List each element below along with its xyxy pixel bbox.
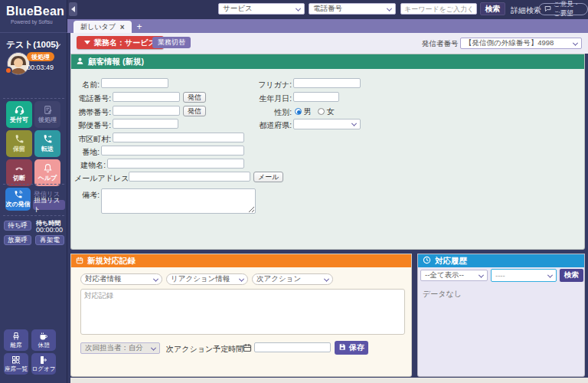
response-record-textarea[interactable] [80,289,405,335]
status-button-label: 後処理 [38,116,57,124]
search-button[interactable]: 検索 [480,2,505,15]
name-input[interactable] [101,78,168,88]
app-logo-subtitle: Powered by Softsu [11,19,53,25]
male-label: 男 [304,107,312,116]
tab-bar: 新しいタブ × + [67,19,588,33]
status-button-ready[interactable]: 受付可 [6,101,32,128]
status-button-hangup[interactable]: 切断 [6,159,32,186]
reaction-info-select[interactable]: リアクション情報 [166,273,248,285]
status-button-help[interactable]: ヘルプ [34,159,60,186]
mobile-input[interactable] [113,106,180,116]
app-logo: BlueBean [6,5,64,18]
radio-male-checked[interactable] [295,108,302,115]
responder-info-select[interactable]: 対応者情報 [80,273,162,285]
save-label: 保存 [349,342,364,353]
phone-hold-icon [15,134,24,144]
tab-close-icon[interactable]: × [120,23,125,31]
street-input[interactable] [101,146,244,155]
bell-icon [43,163,53,173]
feedback-button[interactable]: ご意見・ご要望 [538,3,588,15]
radio-female[interactable] [318,108,325,115]
away-button[interactable]: 離席 [4,329,28,351]
tel-input[interactable] [113,92,180,102]
new-response-header: 新規対応記録 [71,254,411,267]
phone-hangup-icon [14,163,24,173]
birth-input[interactable] [293,92,339,102]
waiting-time-value: 00:00:00 [36,226,63,234]
sidebar-collapse-button[interactable] [69,2,77,16]
status-button-label: 受付可 [10,116,28,124]
logoff-button[interactable]: ログオフ [31,353,56,375]
floppy-disk-icon [338,343,346,352]
mobile-call-button[interactable]: 発信 [183,106,206,116]
status-button-after-call[interactable]: 後処理 [34,101,60,128]
divider [3,184,64,185]
phone-outbound-icon [14,190,23,199]
status-button-transfer[interactable]: 転送 [34,130,60,157]
save-button[interactable]: 保存 [335,341,368,355]
caller-id-select[interactable]: 【発信側の外線番号】4998 [460,38,582,49]
away-label: 離席 [11,342,22,349]
note-textarea[interactable] [101,188,256,214]
break-button[interactable]: 休憩 [31,329,56,351]
new-response-panel: 新規対応記録 対応者情報 リアクション情報 次アクション 次回担当者：自分 次ア… [70,254,412,377]
status-button-label: 保留 [13,145,25,153]
pref-label: 都道府県: [258,120,292,131]
next-person-select[interactable]: 次回担当者：自分 [80,342,160,354]
divider [3,98,64,99]
keyword-search-input[interactable] [400,3,477,15]
next-action-time-input[interactable] [254,342,331,352]
presence-dot [5,67,12,74]
history-filter-second-select[interactable]: ---- [491,269,557,282]
status-button-label: 切断 [13,174,25,182]
kana-label: フリガナ: [258,80,292,90]
abandoned-calls-button[interactable]: 放棄呼 [4,235,31,245]
headset-icon [15,105,24,115]
recall-button[interactable]: 再架電 [35,235,64,245]
email-send-button[interactable]: メール [253,172,283,182]
name-label: 名前: [74,80,100,90]
pref-select[interactable] [293,119,361,129]
zip-label: 郵便番号: [74,120,111,131]
calendar-picker-icon[interactable] [243,342,252,355]
kana-input[interactable] [293,78,361,88]
street-label: 番地: [74,147,100,158]
status-button-label: 転送 [41,145,54,153]
building-input[interactable] [107,159,244,169]
mobile-label: 携帯番号: [74,107,111,118]
history-filter-all-select[interactable]: --全て表示-- [420,270,488,281]
history-search-button[interactable]: 検索 [560,269,583,282]
task-name-button[interactable]: 業務名：サービス [77,36,164,49]
next-action-select[interactable]: 次アクション [252,273,333,285]
customer-panel-title: 顧客情報 (新規) [88,57,144,67]
assign-list-button[interactable]: 担当リスト [33,200,65,210]
task-switch-button[interactable]: 業務切替 [152,37,191,48]
status-button-hold[interactable]: 保留 [6,130,32,157]
next-person-value: 次回担当者：自分 [85,343,143,353]
next-action-value: 次アクション [256,274,301,284]
email-input[interactable] [129,172,250,182]
service-select-value: サービス [223,4,253,14]
birth-label: 生年月日: [258,93,292,104]
seat-map-icon [11,355,21,365]
next-call-button[interactable]: 次の発信 [5,188,31,211]
tel-call-button[interactable]: 発信 [183,92,206,103]
building-label: 建物名: [74,160,106,171]
seat-list-button[interactable]: 座席一覧 [4,353,28,375]
search-type-select[interactable]: 電話番号 [309,3,396,15]
gender-female-option[interactable]: 女 [318,106,335,117]
city-input[interactable] [113,133,244,142]
service-select[interactable]: サービス [218,3,305,15]
advanced-search-link[interactable]: 詳細検索 [511,5,541,16]
response-history-panel: 対応履歴 --全て表示-- ---- 検索 データなし [417,254,585,377]
break-label: 休憩 [38,342,50,349]
customer-info-panel: 顧客情報 (新規) 名前: 電話番号: 発信 携帯番号: 発信 郵便番号: 市区… [70,54,585,250]
zip-input[interactable] [113,119,178,129]
logoff-label: ログオフ [32,365,56,373]
waiting-calls-button[interactable]: 待ち呼 [4,221,31,231]
seat-list-label: 座席一覧 [5,365,28,373]
add-tab-button[interactable]: + [132,21,147,33]
note-label: 備考: [74,190,100,201]
gender-male-option[interactable]: 男 [295,106,312,117]
tab-new-tab[interactable]: 新しいタブ × [74,21,132,33]
